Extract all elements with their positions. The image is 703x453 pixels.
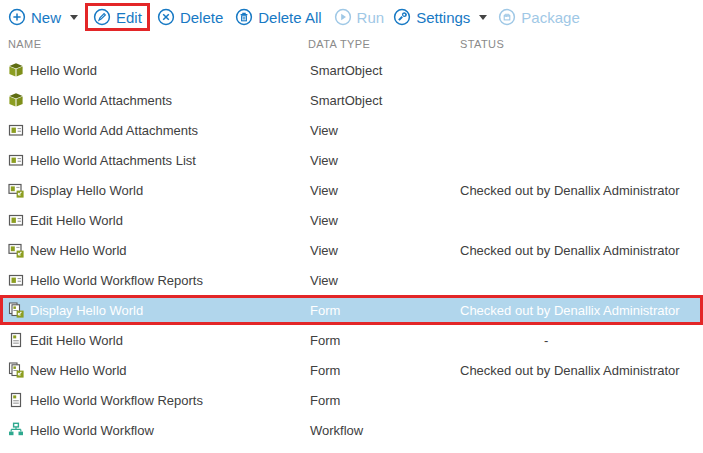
table-row[interactable]: Hello World WorkflowWorkflow [0, 415, 703, 445]
workflow-icon [8, 422, 24, 438]
edit-icon [93, 8, 111, 26]
item-name: New Hello World [30, 363, 310, 378]
delete-all-button[interactable]: Delete All [235, 8, 321, 26]
item-data-type: Form [310, 393, 460, 408]
package-button[interactable]: Package [498, 8, 579, 26]
item-data-type: Form [310, 303, 460, 318]
form-icon [8, 332, 24, 348]
form-checkedout-icon [8, 302, 24, 318]
edit-button[interactable]: Edit [93, 8, 142, 26]
new-icon [8, 8, 26, 26]
table-row[interactable]: Hello World Workflow ReportsForm [0, 385, 703, 415]
item-status: Checked out by Denallix Administrator [460, 363, 703, 378]
package-button-label: Package [521, 9, 579, 26]
new-button-label: New [31, 9, 61, 26]
settings-dropdown-caret[interactable] [479, 15, 487, 20]
smartobject-icon [8, 62, 24, 78]
edit-annotation-box: Edit [85, 3, 150, 31]
table-row[interactable]: Edit Hello WorldForm- [0, 325, 703, 355]
new-button[interactable]: New [8, 8, 61, 26]
item-status: Checked out by Denallix Administrator [460, 243, 703, 258]
item-status: Checked out by Denallix Administrator [460, 303, 700, 318]
form-checkedout-icon [8, 362, 24, 378]
item-data-type: View [310, 183, 460, 198]
view-icon [8, 212, 24, 228]
item-data-type: View [310, 213, 460, 228]
item-name: Hello World Attachments List [30, 153, 310, 168]
form-icon [8, 392, 24, 408]
table-row[interactable]: Hello World Workflow ReportsView [0, 265, 703, 295]
item-status: Checked out by Denallix Administrator [460, 183, 703, 198]
view-icon [8, 152, 24, 168]
item-data-type: Form [310, 333, 460, 348]
item-data-type: Workflow [310, 423, 460, 438]
view-icon [8, 272, 24, 288]
item-name: Hello World Workflow Reports [30, 273, 310, 288]
table-row[interactable]: Hello WorldSmartObject [0, 55, 703, 85]
item-list: Hello WorldSmartObject Hello World Attac… [0, 55, 703, 445]
table-row[interactable]: New Hello WorldFormChecked out by Denall… [0, 355, 703, 385]
item-name: Edit Hello World [30, 213, 310, 228]
item-data-type: SmartObject [310, 63, 460, 78]
item-name: Hello World [30, 63, 310, 78]
new-dropdown-caret[interactable] [70, 15, 78, 20]
item-name: Display Hello World [30, 303, 310, 318]
table-row[interactable]: Display Hello WorldViewChecked out by De… [0, 175, 703, 205]
view-icon [8, 122, 24, 138]
settings-button[interactable]: Settings [393, 8, 470, 26]
table-row[interactable]: Hello World Add AttachmentsView [0, 115, 703, 145]
item-data-type: Form [310, 363, 460, 378]
delete-button[interactable]: Delete [157, 8, 223, 26]
edit-button-label: Edit [116, 9, 142, 26]
column-headers: NAME DATA TYPE STATUS [0, 34, 703, 54]
table-row[interactable]: Hello World AttachmentsSmartObject [0, 85, 703, 115]
item-data-type: View [310, 243, 460, 258]
table-row[interactable]: Hello World Attachments ListView [0, 145, 703, 175]
item-data-type: View [310, 153, 460, 168]
k2-designer-item-list: New Edit Delete Delete All [0, 0, 703, 453]
delete-all-button-label: Delete All [258, 9, 321, 26]
column-header-status[interactable]: STATUS [460, 38, 703, 50]
run-icon [334, 8, 352, 26]
item-data-type: SmartObject [310, 93, 460, 108]
settings-button-label: Settings [416, 9, 470, 26]
column-header-data-type[interactable]: DATA TYPE [308, 38, 460, 50]
item-name: New Hello World [30, 243, 310, 258]
delete-button-label: Delete [180, 9, 223, 26]
delete-all-icon [235, 8, 253, 26]
item-data-type: View [310, 273, 460, 288]
settings-icon [393, 8, 411, 26]
view-checkedout-icon [8, 182, 24, 198]
column-header-name[interactable]: NAME [8, 38, 308, 50]
table-row[interactable]: New Hello WorldViewChecked out by Denall… [0, 235, 703, 265]
item-name: Hello World Attachments [30, 93, 310, 108]
table-row[interactable]: Edit Hello WorldView [0, 205, 703, 235]
smartobject-icon [8, 92, 24, 108]
toolbar: New Edit Delete Delete All [0, 0, 703, 34]
item-name: Display Hello World [30, 183, 310, 198]
item-name: Hello World Workflow Reports [30, 393, 310, 408]
run-button[interactable]: Run [334, 8, 385, 26]
delete-icon [157, 8, 175, 26]
view-checkedout-icon [8, 242, 24, 258]
item-data-type: View [310, 123, 460, 138]
run-button-label: Run [357, 9, 385, 26]
item-name: Hello World Add Attachments [30, 123, 310, 138]
item-name: Edit Hello World [30, 333, 310, 348]
table-row-selected-annotated[interactable]: Display Hello WorldFormChecked out by De… [0, 295, 703, 325]
package-icon [498, 8, 516, 26]
item-name: Hello World Workflow [30, 423, 310, 438]
item-status: - [460, 333, 703, 348]
